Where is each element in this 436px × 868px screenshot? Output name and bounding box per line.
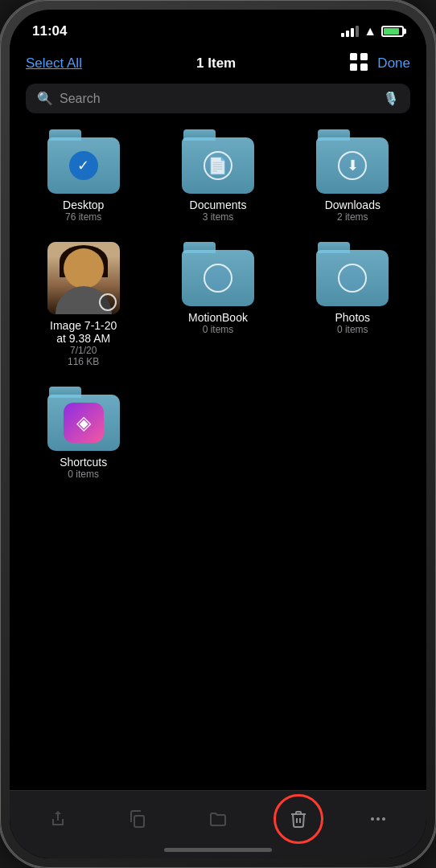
status-icons: ▲ bbox=[341, 24, 404, 39]
file-meta: 2 items bbox=[337, 211, 368, 223]
grid-row-1: ✓ Desktop 76 items bbox=[26, 129, 410, 223]
selection-circle bbox=[99, 293, 117, 311]
downloads-folder-icon: ⬇ bbox=[316, 129, 389, 194]
svg-rect-1 bbox=[360, 53, 368, 60]
phone-screen: 11:04 ▲ Select All 1 Item bbox=[10, 10, 426, 858]
svg-point-6 bbox=[376, 817, 380, 821]
screen-content: Select All 1 Item Done 🔍 bbox=[10, 45, 426, 858]
file-meta: 7/1/20 bbox=[70, 345, 97, 356]
file-name: Downloads bbox=[325, 199, 380, 211]
photos-folder-icon bbox=[316, 242, 389, 306]
list-item[interactable]: Image 7-1-20at 9.38 AM 7/1/20 116 KB bbox=[26, 242, 141, 367]
image-thumbnail bbox=[47, 242, 120, 314]
wifi-icon: ▲ bbox=[364, 24, 376, 39]
shortcuts-app-icon: ◈ bbox=[64, 403, 104, 443]
search-icon: 🔍 bbox=[37, 91, 53, 106]
share-button[interactable] bbox=[40, 801, 76, 837]
shortcuts-folder-icon: ◈ bbox=[47, 387, 120, 451]
notch bbox=[154, 10, 282, 32]
list-item[interactable]: ⬇ Downloads 2 items bbox=[295, 129, 410, 223]
done-button[interactable]: Done bbox=[377, 55, 410, 72]
desktop-folder-icon: ✓ bbox=[47, 129, 120, 194]
status-time: 11:04 bbox=[32, 23, 67, 39]
file-meta: 3 items bbox=[203, 211, 234, 223]
svg-point-7 bbox=[382, 817, 385, 821]
grid-row-3: ◈ Shortcuts 0 items bbox=[26, 387, 410, 480]
file-name: Shortcuts bbox=[60, 456, 107, 469]
file-grid: ✓ Desktop 76 items bbox=[10, 121, 426, 790]
mic-icon[interactable]: 🎙️ bbox=[383, 91, 399, 106]
file-size: 116 KB bbox=[68, 356, 99, 367]
copy-button[interactable] bbox=[120, 801, 155, 837]
list-item[interactable]: Photos 0 items bbox=[295, 242, 410, 367]
download-icon: ⬇ bbox=[347, 157, 359, 174]
grid-view-icon[interactable] bbox=[350, 53, 368, 74]
file-meta: 76 items bbox=[65, 211, 101, 223]
more-button[interactable] bbox=[360, 801, 396, 837]
file-name: Documents bbox=[190, 199, 247, 211]
list-item[interactable]: MotionBook 0 items bbox=[160, 242, 275, 367]
delete-button[interactable] bbox=[281, 801, 316, 837]
documents-folder-icon: 📄 bbox=[182, 129, 254, 194]
document-icon: 📄 bbox=[208, 156, 228, 175]
file-meta: 0 items bbox=[203, 324, 234, 335]
svg-rect-3 bbox=[360, 63, 368, 71]
file-name: Desktop bbox=[63, 199, 104, 211]
select-all-button[interactable]: Select All bbox=[26, 55, 82, 72]
file-name: MotionBook bbox=[188, 311, 248, 324]
phone-frame: 11:04 ▲ Select All 1 Item bbox=[0, 0, 436, 868]
svg-rect-4 bbox=[134, 816, 144, 827]
folder-button[interactable] bbox=[200, 801, 236, 837]
svg-rect-0 bbox=[350, 53, 357, 60]
home-indicator[interactable] bbox=[164, 848, 272, 852]
shortcuts-symbol-icon: ◈ bbox=[76, 411, 91, 434]
search-input[interactable]: Search bbox=[60, 92, 376, 106]
top-bar: Select All 1 Item Done bbox=[10, 45, 426, 80]
svg-point-5 bbox=[371, 817, 374, 821]
file-meta: 0 items bbox=[337, 324, 368, 335]
file-meta: 0 items bbox=[68, 469, 99, 480]
list-item[interactable]: ✓ Desktop 76 items bbox=[26, 129, 141, 223]
svg-rect-2 bbox=[350, 63, 357, 71]
item-count: 1 Item bbox=[196, 55, 236, 72]
list-item[interactable]: ◈ Shortcuts 0 items bbox=[26, 387, 141, 480]
file-name: Image 7-1-20at 9.38 AM bbox=[50, 319, 117, 345]
checkmark-icon: ✓ bbox=[77, 157, 89, 174]
search-bar[interactable]: 🔍 Search 🎙️ bbox=[26, 84, 410, 113]
grid-row-2: Image 7-1-20at 9.38 AM 7/1/20 116 KB bbox=[26, 242, 410, 367]
file-name: Photos bbox=[335, 311, 370, 324]
top-bar-right: Done bbox=[350, 53, 410, 74]
battery-icon bbox=[381, 26, 404, 37]
list-item[interactable]: 📄 Documents 3 items bbox=[160, 129, 275, 223]
signal-icon bbox=[341, 26, 359, 37]
motionbook-folder-icon bbox=[182, 242, 254, 306]
